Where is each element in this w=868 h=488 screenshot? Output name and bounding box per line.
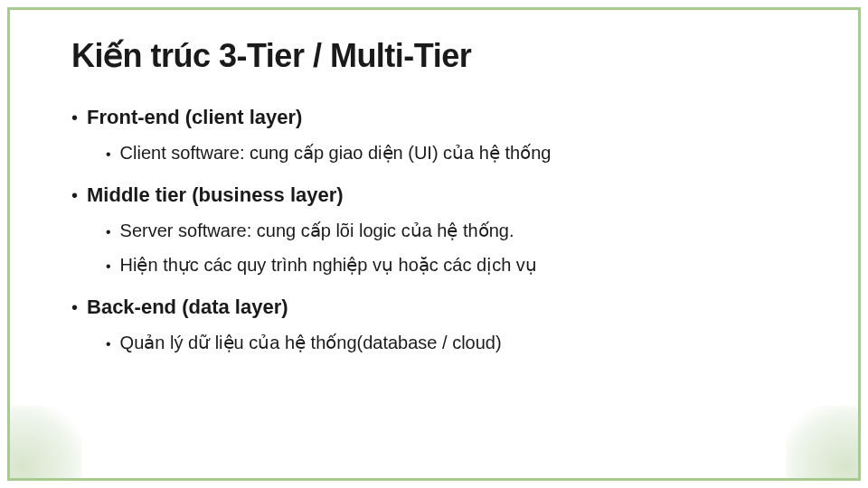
section-heading: Back-end (data layer) <box>87 296 288 319</box>
section-middle: • Middle tier (business layer) • Server … <box>71 183 822 276</box>
bullet-main: • Front-end (client layer) <box>71 106 822 129</box>
slide-frame: Kiến trúc 3-Tier / Multi-Tier • Front-en… <box>7 7 861 481</box>
bullet-sub: • Quản lý dữ liệu của hệ thống(database … <box>106 332 822 353</box>
bullet-dot-icon: • <box>106 225 111 239</box>
bullet-sub: • Server software: cung cấp lõi logic củ… <box>106 220 822 241</box>
decoration-corner-bottom-right <box>786 406 858 478</box>
bullet-dot-icon: • <box>71 186 78 204</box>
bullet-main: • Middle tier (business layer) <box>71 183 822 207</box>
section-item: Hiện thực các quy trình nghiệp vụ hoặc c… <box>120 254 537 276</box>
bullet-dot-icon: • <box>71 298 78 316</box>
bullet-dot-icon: • <box>71 108 78 127</box>
section-backend: • Back-end (data layer) • Quản lý dữ liệ… <box>71 296 822 353</box>
bullet-sub: • Client software: cung cấp giao diện (U… <box>106 142 822 164</box>
slide-content: Kiến trúc 3-Tier / Multi-Tier • Front-en… <box>71 37 822 373</box>
decoration-corner-bottom-left <box>10 406 82 478</box>
section-item: Server software: cung cấp lõi logic của … <box>120 220 514 241</box>
bullet-dot-icon: • <box>106 147 111 162</box>
bullet-dot-icon: • <box>106 259 111 274</box>
section-heading: Middle tier (business layer) <box>87 183 344 207</box>
bullet-dot-icon: • <box>106 337 111 352</box>
slide-title: Kiến trúc 3-Tier / Multi-Tier <box>71 37 822 75</box>
section-item: Client software: cung cấp giao diện (UI)… <box>120 142 552 164</box>
section-heading: Front-end (client layer) <box>87 106 302 129</box>
section-item: Quản lý dữ liệu của hệ thống(database / … <box>120 332 502 353</box>
bullet-main: • Back-end (data layer) <box>71 296 822 319</box>
section-frontend: • Front-end (client layer) • Client soft… <box>71 106 822 164</box>
bullet-sub: • Hiện thực các quy trình nghiệp vụ hoặc… <box>106 254 822 276</box>
